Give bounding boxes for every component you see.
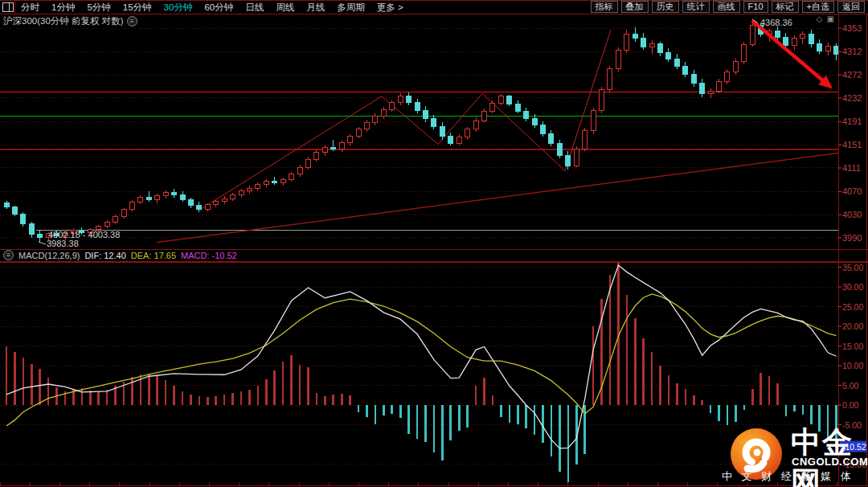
top-toolbar: 分时1分钟5分钟15分钟30分钟60分钟日线周线月线多周期更多 > 指标叠加历史… — [0, 0, 868, 14]
candle-up — [113, 215, 118, 224]
draw-line-button[interactable]: 画线 — [713, 1, 740, 13]
candle-up — [289, 172, 294, 182]
candle-up — [104, 220, 109, 228]
candle-down — [834, 43, 839, 59]
diamond-icon[interactable]: ◇ — [817, 14, 823, 23]
candle-down — [776, 27, 780, 40]
candle-down — [424, 106, 428, 122]
timeframe-30min[interactable]: 30分钟 — [164, 2, 193, 14]
candle-down — [658, 42, 663, 56]
candle-down — [633, 27, 637, 42]
candle-up — [825, 43, 830, 55]
candle-up — [381, 107, 386, 118]
candle-down — [197, 202, 202, 211]
macd-tick-label: 10.00 — [842, 361, 863, 370]
indicator-button[interactable]: 指标 — [591, 1, 618, 13]
macd-tick-label: 15.00 — [842, 342, 863, 351]
timeframe-15min[interactable]: 15分钟 — [123, 2, 152, 14]
mark-button[interactable]: 标记 — [772, 1, 799, 13]
candle-down — [12, 206, 17, 216]
candle-up — [356, 127, 361, 138]
settings-circle-icon[interactable]: ≡ — [127, 16, 137, 27]
timeframe-5min[interactable]: 5分钟 — [87, 2, 110, 14]
zigzag-line — [201, 30, 611, 209]
add-watchlist-button[interactable]: +自选 — [802, 1, 834, 13]
overlay-button[interactable]: 叠加 — [621, 1, 649, 13]
macd-histogram-layer — [6, 261, 837, 481]
indicator-circle-icon[interactable]: ≡ — [3, 250, 14, 260]
candle-down — [172, 189, 177, 198]
price-tick-label: 4272 — [842, 70, 862, 80]
candle-up — [649, 40, 654, 54]
price-tick-label: 4070 — [842, 186, 862, 196]
f10-button[interactable]: F10 — [743, 1, 768, 13]
candle-up — [457, 134, 461, 145]
candle-up — [800, 31, 805, 44]
candle-down — [524, 108, 529, 121]
candle-down — [21, 212, 26, 226]
price-tick-label: 4191 — [842, 117, 862, 126]
symbol-title: 沪深300(30分钟 前复权 对数) — [3, 15, 124, 27]
dea-line — [6, 294, 837, 426]
dif-line — [6, 265, 837, 448]
candle-down — [666, 48, 671, 62]
timeframe-weekly[interactable]: 周线 — [276, 2, 294, 14]
candle-down — [641, 33, 646, 50]
candle-down — [29, 222, 34, 238]
candle-up — [490, 100, 495, 114]
candle-up — [247, 186, 252, 194]
trendline-support — [157, 153, 838, 242]
candle-down — [432, 115, 436, 129]
candle-up — [205, 203, 210, 211]
candle-up — [239, 189, 244, 198]
timeframe-1min[interactable]: 1分钟 — [51, 2, 75, 14]
candle-up — [256, 182, 260, 190]
candle-up — [465, 127, 470, 140]
back-button[interactable]: 返回 — [837, 1, 865, 13]
candle-down — [415, 99, 420, 113]
macd-tick-label: 5.00 — [842, 381, 859, 391]
panel-icon[interactable]: ▣ — [827, 14, 834, 23]
candle-up — [138, 195, 143, 205]
candle-up — [390, 100, 395, 112]
history-button[interactable]: 历史 — [652, 1, 679, 13]
candle-up — [348, 134, 353, 145]
price-tick-label: 4030 — [842, 210, 862, 219]
candle-down — [272, 177, 277, 185]
candle-down — [691, 70, 696, 86]
candle-up — [608, 66, 612, 92]
candle-up — [574, 146, 579, 167]
candle-up — [155, 194, 160, 203]
symbol-title-row: 沪深300(30分钟 前复权 对数) ≡ — [3, 15, 137, 27]
candle-down — [549, 130, 554, 146]
timeframe-monthly[interactable]: 月线 — [306, 2, 325, 14]
candle-up — [121, 208, 126, 219]
layout-icon[interactable] — [2, 2, 14, 12]
candle-down — [557, 140, 562, 158]
stock-chart-app: 4368.364002.18 - 4003.383983.38435343124… — [0, 0, 868, 487]
macd-tick-label: 30.00 — [842, 282, 863, 292]
price-tick-label: 4151 — [842, 140, 862, 149]
timeframe-60min[interactable]: 60分钟 — [204, 2, 233, 14]
chart-canvas[interactable]: 4368.364002.18 - 4003.383983.38435343124… — [0, 0, 868, 487]
candle-up — [297, 165, 302, 176]
candle-down — [809, 30, 813, 47]
candle-up — [322, 145, 327, 156]
candle-up — [314, 150, 319, 162]
statistics-button[interactable]: 统计 — [682, 1, 710, 13]
candle-up — [733, 59, 738, 74]
timeframe-more[interactable]: 更多 > — [377, 2, 403, 14]
candle-up — [742, 42, 747, 64]
candle-down — [448, 133, 453, 145]
candle-up — [600, 87, 604, 114]
candle-up — [364, 120, 369, 131]
candle-down — [507, 95, 512, 106]
candle-down — [38, 230, 43, 242]
timeframe-multi-period[interactable]: 多周期 — [337, 2, 365, 14]
cngold-logo: 中金网 CNGOLD.COM.CN 中 文 财 经 新 媒 体 — [714, 418, 868, 485]
timeframe-daily[interactable]: 日线 — [245, 2, 264, 14]
candle-down — [4, 201, 9, 209]
timeframe-fenshi[interactable]: 分时 — [21, 2, 39, 14]
candle-down — [515, 100, 520, 114]
peak-label: 4368.36 — [760, 18, 792, 27]
